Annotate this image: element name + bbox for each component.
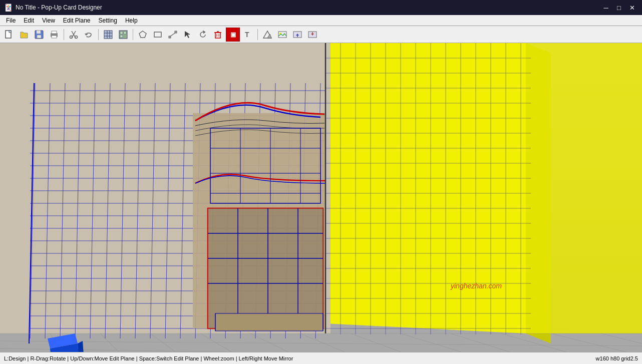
grid-toggle-button[interactable] — [101, 28, 115, 42]
view-toggle-button[interactable] — [116, 28, 130, 42]
polygon-button[interactable] — [136, 28, 150, 42]
toolbar: ▣ T — [0, 26, 642, 43]
menu-help[interactable]: Help — [121, 15, 142, 26]
open-button[interactable] — [17, 28, 31, 42]
menu-setting[interactable]: Setting — [95, 15, 121, 26]
title-bar: 🃏 No Title - Pop-Up Card Designer ─ □ ✕ — [0, 0, 642, 15]
image-button[interactable] — [275, 28, 289, 42]
sep-4 — [257, 29, 258, 40]
mountain-button[interactable] — [260, 28, 274, 42]
svg-text:T: T — [245, 31, 249, 39]
select-button[interactable] — [181, 28, 195, 42]
minimize-button[interactable]: ─ — [600, 2, 612, 14]
main-canvas[interactable]: yinghezhan.com — [0, 43, 642, 352]
rotate-button[interactable] — [196, 28, 210, 42]
svg-point-10 — [75, 36, 78, 38]
svg-rect-6 — [52, 36, 57, 38]
window-controls: ─ □ ✕ — [600, 2, 638, 14]
menu-edit[interactable]: Edit — [20, 15, 38, 26]
svg-rect-26 — [215, 33, 220, 38]
save-button[interactable] — [32, 28, 46, 42]
cut-button[interactable] — [67, 28, 81, 42]
menu-bar: File Edit View Edit Plane Setting Help — [0, 15, 642, 26]
menu-file[interactable]: File — [2, 15, 20, 26]
svg-rect-2 — [37, 31, 41, 34]
fill-button[interactable]: ▣ — [226, 28, 240, 42]
svg-rect-24 — [175, 31, 177, 33]
svg-rect-17 — [120, 32, 123, 34]
app-icon: 🃏 — [4, 4, 13, 12]
delete-button[interactable] — [211, 28, 225, 42]
status-right: w160 h80 grid2.5 — [596, 355, 638, 361]
sep-1 — [64, 29, 64, 40]
svg-rect-19 — [120, 35, 123, 38]
line-button[interactable] — [166, 28, 180, 42]
svg-rect-18 — [124, 32, 126, 34]
window-title: No Title - Pop-Up Card Designer — [16, 4, 102, 11]
status-left: L:Design | R-Drag:Rotate | Up/Down:Move … — [4, 355, 293, 361]
scene-background — [0, 43, 642, 352]
svg-rect-3 — [37, 35, 41, 38]
import-button[interactable] — [290, 28, 304, 42]
svg-marker-20 — [139, 31, 146, 38]
rect-button[interactable] — [151, 28, 165, 42]
sep-3 — [133, 29, 133, 40]
print-button[interactable] — [47, 28, 61, 42]
sep-2 — [98, 29, 99, 40]
menu-edit-plane[interactable]: Edit Plane — [59, 15, 95, 26]
svg-marker-25 — [185, 31, 190, 38]
svg-rect-5 — [52, 31, 57, 34]
maximize-button[interactable]: □ — [613, 2, 625, 14]
svg-rect-11 — [104, 31, 112, 39]
close-button[interactable]: ✕ — [626, 2, 638, 14]
svg-rect-21 — [154, 32, 161, 37]
svg-point-9 — [70, 36, 73, 38]
undo-button[interactable] — [82, 28, 96, 42]
status-bar: L:Design | R-Drag:Rotate | Up/Down:Move … — [0, 352, 642, 364]
svg-rect-23 — [169, 36, 171, 38]
new-button[interactable] — [2, 28, 16, 42]
text-button[interactable]: T — [241, 28, 255, 42]
export-button[interactable] — [305, 28, 319, 42]
menu-view[interactable]: View — [38, 15, 59, 26]
svg-marker-33 — [267, 34, 271, 38]
